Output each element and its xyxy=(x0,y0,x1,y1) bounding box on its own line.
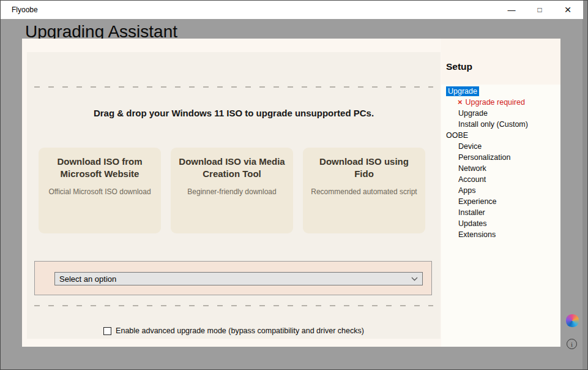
close-button[interactable]: × xyxy=(554,1,582,19)
maximize-button[interactable]: □ xyxy=(526,1,554,19)
copilot-icon[interactable] xyxy=(566,314,579,327)
sidebar-item-account[interactable]: Account xyxy=(441,174,560,185)
sidebar-item-apps[interactable]: Apps xyxy=(441,185,560,196)
window-title: Flyoobe xyxy=(12,6,38,14)
sidebar-item-oobe[interactable]: OOBE xyxy=(441,130,560,141)
sidebar-item-upgrade-required[interactable]: × Upgrade required xyxy=(441,97,560,108)
advanced-mode-checkbox[interactable] xyxy=(103,327,111,335)
card-download-iso-media-creation[interactable]: Download ISO via Media Creation Tool Beg… xyxy=(171,148,293,233)
window-controls: — □ × xyxy=(497,1,582,19)
advanced-mode-row: Enable advanced upgrade mode (bypass com… xyxy=(27,327,441,335)
download-cards: Download ISO from Microsoft Website Offi… xyxy=(39,148,425,233)
sidebar-item-upgrade-root[interactable]: Upgrade xyxy=(441,86,560,97)
sidebar-title: Setup xyxy=(446,61,472,72)
dropzone-dashed-border-bottom xyxy=(34,305,433,306)
sidebar-item-experience[interactable]: Experience xyxy=(441,196,560,207)
card-title: Download ISO from Microsoft Website xyxy=(46,156,154,181)
sidebar-item-updates[interactable]: Updates xyxy=(441,218,560,229)
info-icon[interactable]: i xyxy=(567,339,577,349)
main-panel: Drag & drop your Windows 11 ISO to upgra… xyxy=(22,39,560,347)
dropdown-panel: Select an option xyxy=(34,261,432,295)
chevron-down-icon xyxy=(411,277,418,281)
titlebar[interactable]: Flyoobe — □ × xyxy=(1,1,583,19)
setup-sidebar: Setup Upgrade × Upgrade required Upgrade… xyxy=(441,39,560,347)
dropzone-dashed-border-top xyxy=(34,86,433,88)
setup-tree: Upgrade × Upgrade required Upgrade Insta… xyxy=(441,85,560,347)
iso-dropzone[interactable]: Drag & drop your Windows 11 ISO to upgra… xyxy=(27,52,441,339)
card-subtitle: Recommended automated script xyxy=(310,187,418,196)
sidebar-item-network[interactable]: Network xyxy=(441,163,560,174)
error-x-icon: × xyxy=(458,97,463,108)
sidebar-item-installer[interactable]: Installer xyxy=(441,207,560,218)
sidebar-item-upgrade[interactable]: Upgrade xyxy=(441,108,560,119)
card-title: Download ISO via Media Creation Tool xyxy=(178,156,286,181)
select-value: Select an option xyxy=(59,274,116,284)
card-subtitle: Official Microsoft ISO download xyxy=(46,187,154,196)
sidebar-item-personalization[interactable]: Personalization xyxy=(441,152,560,163)
sidebar-item-extensions[interactable]: Extensions xyxy=(441,229,560,240)
advanced-mode-label: Enable advanced upgrade mode (bypass com… xyxy=(116,327,364,335)
minimize-button[interactable]: — xyxy=(497,1,526,19)
window-body: Upgrading Assistant Drag & drop your Win… xyxy=(1,19,584,370)
card-download-iso-microsoft[interactable]: Download ISO from Microsoft Website Offi… xyxy=(39,148,161,233)
card-download-iso-fido[interactable]: Download ISO using Fido Recommended auto… xyxy=(303,148,425,233)
card-title: Download ISO using Fido xyxy=(310,156,418,181)
app-window: Flyoobe — □ × Upgrading Assistant Drag &… xyxy=(0,0,588,370)
sidebar-item-install-only[interactable]: Install only (Custom) xyxy=(441,119,560,130)
dropzone-text: Drag & drop your Windows 11 ISO to upgra… xyxy=(27,108,441,118)
sidebar-item-device[interactable]: Device xyxy=(441,141,560,152)
card-subtitle: Beginner-friendly download xyxy=(178,187,286,196)
iso-option-select[interactable]: Select an option xyxy=(54,272,423,285)
